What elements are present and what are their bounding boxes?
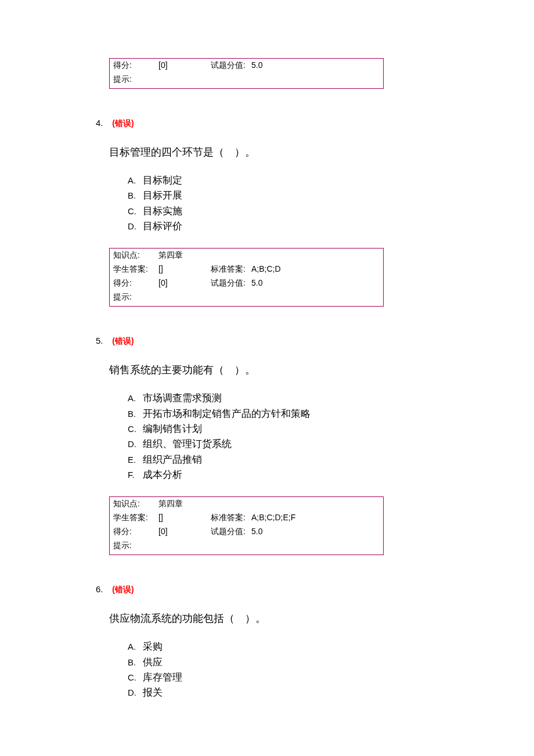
- standard-answer-label: 标准答案:: [211, 513, 251, 523]
- question-5: 5. (错误) 销售系统的主要功能有（ ）。 A.市场调查需求预测 B.开拓市场…: [46, 336, 488, 555]
- score-label: 得分:: [113, 60, 158, 71]
- answer-box-partial: 得分: [0] 试题分值: 5.0 提示:: [109, 58, 384, 89]
- item-score-value: 5.0: [251, 278, 262, 289]
- option-b: B.供应: [128, 655, 488, 670]
- item-score-value: 5.0: [251, 527, 262, 537]
- question-number: 4.: [96, 118, 103, 128]
- options-list: A.目标制定 B.目标开展 C.目标实施 D.目标评价: [128, 173, 488, 234]
- option-b: B.目标开展: [128, 188, 488, 203]
- option-a: A.目标制定: [128, 173, 488, 188]
- student-answer-value: []: [158, 264, 211, 275]
- answer-box: 知识点: 第四章 学生答案: [] 标准答案: A;B;C;D;E;F 得分: …: [109, 496, 384, 555]
- option-d: D.报关: [128, 685, 488, 700]
- options-list: A.采购 B.供应 C.库存管理 D.报关: [128, 639, 488, 700]
- item-score-label: 试题分值:: [211, 60, 251, 71]
- hint-label: 提示:: [113, 74, 158, 85]
- option-c: C.库存管理: [128, 670, 488, 685]
- question-4: 4. (错误) 目标管理的四个环节是（ ）。 A.目标制定 B.目标开展 C.目…: [46, 118, 488, 307]
- item-score-label: 试题分值:: [211, 527, 251, 537]
- question-6: 6. (错误) 供应物流系统的功能包括（ ）。 A.采购 B.供应 C.库存管理…: [46, 584, 488, 700]
- hint-label: 提示:: [113, 541, 158, 551]
- item-score-value: 5.0: [251, 60, 262, 71]
- question-number: 6.: [96, 584, 103, 594]
- score-label: 得分:: [113, 527, 158, 537]
- option-d: D.目标评价: [128, 219, 488, 234]
- standard-answer-label: 标准答案:: [211, 264, 251, 275]
- score-value: [0]: [158, 60, 211, 71]
- student-answer-label: 学生答案:: [113, 513, 158, 523]
- knowledge-label: 知识点:: [113, 250, 158, 261]
- student-answer-value: []: [158, 513, 211, 523]
- option-f: F.成本分析: [128, 467, 488, 483]
- page-content: 得分: [0] 试题分值: 5.0 提示: 4. (错误) 目标管理的四个环节是…: [0, 0, 534, 753]
- item-score-label: 试题分值:: [211, 278, 251, 289]
- student-answer-label: 学生答案:: [113, 264, 158, 275]
- standard-answer-value: A;B;C;D;E;F: [251, 513, 295, 523]
- question-stem: 销售系统的主要功能有（ ）。: [109, 363, 488, 377]
- status-badge: (错误): [112, 336, 134, 345]
- answer-box: 知识点: 第四章 学生答案: [] 标准答案: A;B;C;D 得分: [0] …: [109, 248, 384, 307]
- status-badge: (错误): [112, 118, 134, 128]
- option-c: C.目标实施: [128, 204, 488, 219]
- knowledge-value: 第四章: [158, 499, 211, 509]
- knowledge-label: 知识点:: [113, 499, 158, 509]
- knowledge-value: 第四章: [158, 250, 211, 261]
- question-stem: 供应物流系统的功能包括（ ）。: [109, 611, 488, 625]
- score-value: [0]: [158, 527, 211, 537]
- option-d: D.组织、管理订货系统: [128, 437, 488, 452]
- options-list: A.市场调查需求预测 B.开拓市场和制定销售产品的方针和策略 C.编制销售计划 …: [128, 391, 488, 483]
- hint-label: 提示:: [113, 292, 158, 303]
- option-e: E.组织产品推销: [128, 452, 488, 467]
- status-badge: (错误): [112, 585, 134, 594]
- option-b: B.开拓市场和制定销售产品的方针和策略: [128, 406, 488, 422]
- option-c: C.编制销售计划: [128, 422, 488, 437]
- question-number: 5.: [96, 336, 103, 345]
- option-a: A.采购: [128, 639, 488, 654]
- score-label: 得分:: [113, 278, 158, 289]
- option-a: A.市场调查需求预测: [128, 391, 488, 406]
- score-value: [0]: [158, 278, 211, 289]
- question-stem: 目标管理的四个环节是（ ）。: [109, 145, 488, 159]
- standard-answer-value: A;B;C;D: [251, 264, 281, 275]
